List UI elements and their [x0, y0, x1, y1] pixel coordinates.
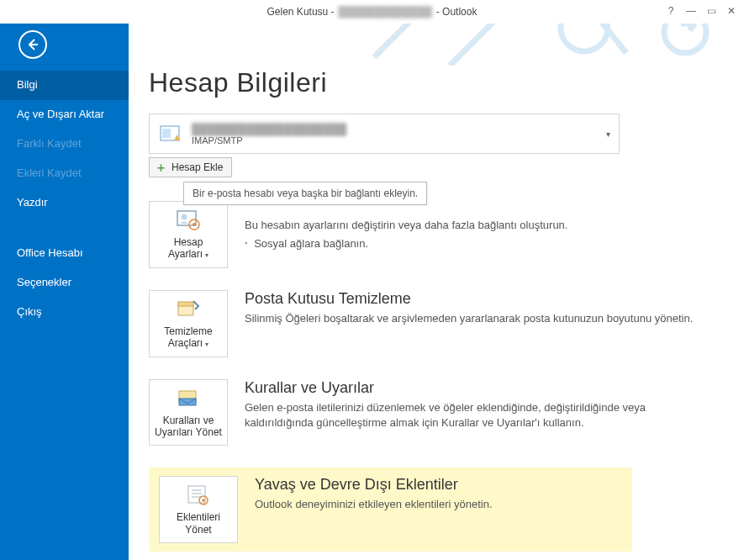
chevron-down-icon: ▾ [205, 251, 208, 259]
add-account-label: Hesap Ekle [171, 161, 223, 173]
button-label: Hesap Ayarları [168, 236, 203, 260]
title-prefix: Gelen Kutusu - [267, 6, 337, 18]
svg-point-8 [182, 214, 187, 220]
rules-icon [175, 387, 202, 410]
manage-addins-button[interactable]: Eklentileri Yönet [159, 476, 238, 543]
section-heading: Yavaş ve Devre Dışı Eklentiler [255, 476, 605, 494]
sidebar-item-label: Seçenekler [17, 276, 71, 288]
header-pattern [129, 24, 744, 66]
help-button[interactable]: ? [662, 3, 680, 19]
chevron-down-icon: ▾ [205, 341, 208, 348]
section-desc: Bu hesabın ayarlarını değiştirin veya da… [245, 218, 707, 234]
account-settings-button[interactable]: Hesap Ayarları▾ [149, 201, 228, 268]
section-desc: Outlook deneyiminizi etkileyen eklentile… [255, 497, 605, 513]
addins-icon [185, 483, 212, 507]
sidebar-item-label: Çıkış [17, 305, 42, 318]
title-account-masked: █████████████ [337, 6, 434, 18]
sidebar-item-label: Yazdır [17, 196, 48, 209]
backstage-sidebar: Bilgi Aç ve Dışarı Aktar Farklı Kaydet E… [0, 66, 129, 560]
section-cleanup: Temizleme Araçları▾ Posta Kutusu Temizle… [149, 290, 724, 357]
svg-rect-14 [179, 399, 196, 405]
section-account-settings: Hesap Ayarları▾ Bu hesabın ayarlarını de… [149, 201, 724, 268]
arrow-left-icon [26, 38, 40, 51]
restore-button[interactable]: ▭ [702, 3, 720, 19]
sidebar-item-label: Farklı Kaydet [17, 137, 82, 150]
sidebar-item-cikis[interactable]: Çıkış [0, 298, 129, 327]
window-title: Gelen Kutusu - █████████████ - Outlook [267, 6, 478, 18]
button-label: Kuralları ve Uyarıları Yönet [153, 415, 224, 439]
sidebar-item-office-hesabi[interactable]: Office Hesabı [0, 239, 129, 268]
tooltip-text: Bir e-posta hesabı veya başka bir bağlan… [193, 188, 418, 199]
minimize-button[interactable]: — [682, 3, 700, 19]
backstage-content: Hesap Bilgileri ████████████████████ IMA… [129, 66, 744, 560]
account-icon [158, 121, 183, 146]
title-suffix: - Outlook [433, 6, 477, 18]
section-heading: Posta Kutusu Temizleme [245, 290, 707, 308]
sidebar-item-bilgi[interactable]: Bilgi [0, 71, 129, 100]
plus-icon: ＋ [155, 160, 167, 176]
account-selector[interactable]: ████████████████████ IMAP/SMTP ▾ [149, 114, 620, 154]
title-bar: Gelen Kutusu - █████████████ - Outlook ?… [0, 0, 744, 24]
sidebar-item-label: Office Hesabı [17, 246, 83, 259]
section-rules: Kuralları ve Uyarıları Yönet Kurallar ve… [149, 379, 724, 446]
svg-rect-5 [162, 129, 171, 138]
svg-point-3 [664, 24, 706, 53]
svg-rect-12 [178, 302, 193, 306]
dropdown-arrow-icon: ▾ [606, 129, 610, 139]
manage-rules-button[interactable]: Kuralları ve Uyarıları Yönet [149, 379, 228, 446]
svg-point-20 [202, 499, 205, 503]
section-heading: Kurallar ve Uyarılar [245, 379, 707, 397]
svg-point-10 [193, 223, 196, 226]
account-email: ████████████████████ [192, 123, 606, 135]
section-addins: Eklentileri Yönet Yavaş ve Devre Dışı Ek… [149, 468, 632, 552]
sidebar-item-label: Aç ve Dışarı Aktar [17, 108, 104, 120]
backstage-header [0, 24, 744, 66]
sidebar-item-ac-disari-aktar[interactable]: Aç ve Dışarı Aktar [0, 100, 129, 129]
sidebar-item-label: Ekleri Kaydet [17, 166, 82, 179]
section-desc: Gelen e-posta iletilerinizi düzenlemek v… [245, 400, 707, 432]
close-button[interactable]: ✕ [722, 3, 741, 19]
back-button[interactable] [18, 30, 47, 59]
account-settings-icon [175, 209, 202, 232]
add-account-tooltip: Bir e-posta hesabı veya başka bir bağlan… [183, 182, 427, 205]
page-title: Hesap Bilgileri [149, 67, 724, 98]
cleanup-icon [175, 298, 202, 321]
add-account-button[interactable]: ＋ Hesap Ekle [149, 157, 232, 177]
sidebar-item-farkli-kaydet: Farklı Kaydet [0, 129, 129, 159]
svg-point-1 [561, 24, 608, 51]
sidebar-item-label: Bilgi [17, 78, 38, 91]
section-bullet: Sosyal ağlara bağlanın. [245, 237, 707, 250]
sidebar-item-yazdir[interactable]: Yazdır [0, 188, 129, 218]
cleanup-tools-button[interactable]: Temizleme Araçları▾ [149, 290, 228, 357]
section-desc: Silinmiş Öğeleri boşaltarak ve arşivleme… [245, 311, 707, 327]
sidebar-item-ekleri-kaydet: Ekleri Kaydet [0, 159, 129, 188]
button-label: Eklentileri Yönet [163, 511, 234, 536]
sidebar-item-secenekler[interactable]: Seçenekler [0, 268, 129, 298]
account-protocol: IMAP/SMTP [192, 135, 606, 145]
